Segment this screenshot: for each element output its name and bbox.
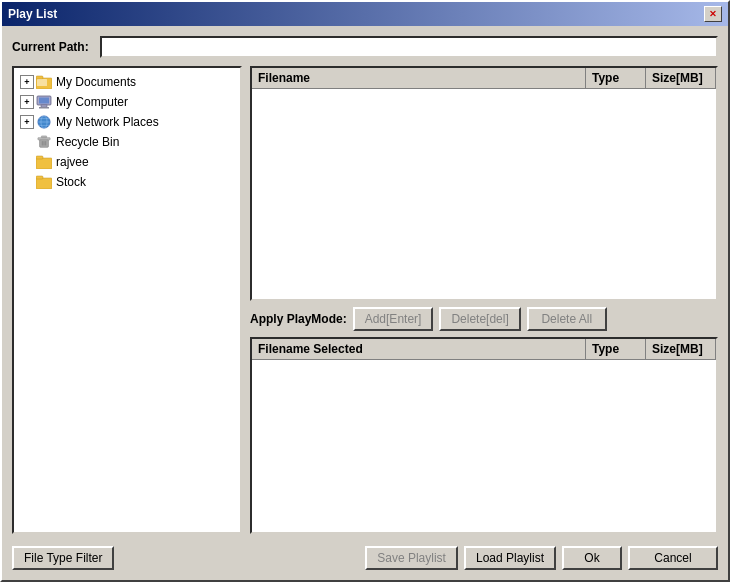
file-list-panel[interactable]: Filename Type Size[MB] (250, 66, 718, 301)
svg-rect-2 (37, 79, 47, 86)
tree-label-my-computer: My Computer (56, 95, 128, 109)
tree-item-my-documents[interactable]: + My Documents (18, 72, 236, 92)
tree-item-stock[interactable]: Stock (18, 172, 236, 192)
svg-rect-1 (36, 76, 43, 79)
svg-rect-6 (39, 107, 49, 109)
svg-rect-4 (39, 98, 49, 104)
recycle-icon (36, 134, 52, 150)
cancel-button[interactable]: Cancel (628, 546, 718, 570)
save-playlist-button[interactable]: Save Playlist (365, 546, 458, 570)
tree-item-my-network-places[interactable]: + My Network Places (18, 112, 236, 132)
tree-label-rajvee: rajvee (56, 155, 89, 169)
main-window: Play List Current Path: + (0, 0, 730, 582)
folder-icon-rajvee (36, 154, 52, 170)
svg-rect-21 (36, 176, 43, 179)
selected-list-col-size: Size[MB] (646, 339, 716, 359)
tree-label-stock: Stock (56, 175, 86, 189)
ok-button[interactable]: Ok (562, 546, 622, 570)
globe-icon-my-network-places (36, 114, 52, 130)
expander-my-computer[interactable]: + (20, 95, 34, 109)
delete-all-button[interactable]: Delete All (527, 307, 607, 331)
title-bar: Play List (2, 2, 728, 26)
tree-item-recycle-bin[interactable]: Recycle Bin (18, 132, 236, 152)
tree-label-recycle-bin: Recycle Bin (56, 135, 119, 149)
file-list-col-filename: Filename (252, 68, 586, 88)
tree-label-my-network-places: My Network Places (56, 115, 159, 129)
window-content: Current Path: + My Documents (2, 26, 728, 580)
apply-playmode-row: Apply PlayMode: Add[Enter] Delete[del] D… (250, 307, 718, 331)
delete-del-button[interactable]: Delete[del] (439, 307, 520, 331)
load-playlist-button[interactable]: Load Playlist (464, 546, 556, 570)
expander-my-documents[interactable]: + (20, 75, 34, 89)
svg-rect-18 (36, 158, 52, 169)
svg-rect-19 (36, 156, 43, 159)
selected-list-col-filename: Filename Selected (252, 339, 586, 359)
folder-icon-my-documents (36, 74, 52, 90)
tree-item-rajvee[interactable]: rajvee (18, 152, 236, 172)
current-path-row: Current Path: (12, 36, 718, 58)
right-panel: Filename Type Size[MB] Apply PlayMode: A… (250, 66, 718, 534)
file-list-header: Filename Type Size[MB] (252, 68, 716, 89)
title-bar-buttons (704, 6, 722, 22)
computer-icon-my-computer (36, 94, 52, 110)
svg-rect-20 (36, 178, 52, 189)
expander-my-network-places[interactable]: + (20, 115, 34, 129)
svg-rect-13 (38, 138, 50, 140)
bottom-bar: File Type Filter Save Playlist Load Play… (12, 542, 718, 570)
folder-icon-stock (36, 174, 52, 190)
tree-item-my-computer[interactable]: + My Computer (18, 92, 236, 112)
main-panel: + My Documents + (12, 66, 718, 534)
window-title: Play List (8, 7, 57, 21)
current-path-label: Current Path: (12, 40, 92, 54)
add-enter-button[interactable]: Add[Enter] (353, 307, 434, 331)
file-tree-panel: + My Documents + (12, 66, 242, 534)
current-path-input[interactable] (100, 36, 718, 58)
svg-rect-5 (41, 105, 47, 107)
apply-playmode-label: Apply PlayMode: (250, 312, 347, 326)
file-type-filter-button[interactable]: File Type Filter (12, 546, 114, 570)
tree-label-my-documents: My Documents (56, 75, 136, 89)
selected-list-col-type: Type (586, 339, 646, 359)
selected-list-panel[interactable]: Filename Selected Type Size[MB] (250, 337, 718, 534)
close-button[interactable] (704, 6, 722, 22)
svg-rect-14 (41, 136, 46, 138)
file-list-col-size: Size[MB] (646, 68, 716, 88)
selected-list-header: Filename Selected Type Size[MB] (252, 339, 716, 360)
file-list-col-type: Type (586, 68, 646, 88)
